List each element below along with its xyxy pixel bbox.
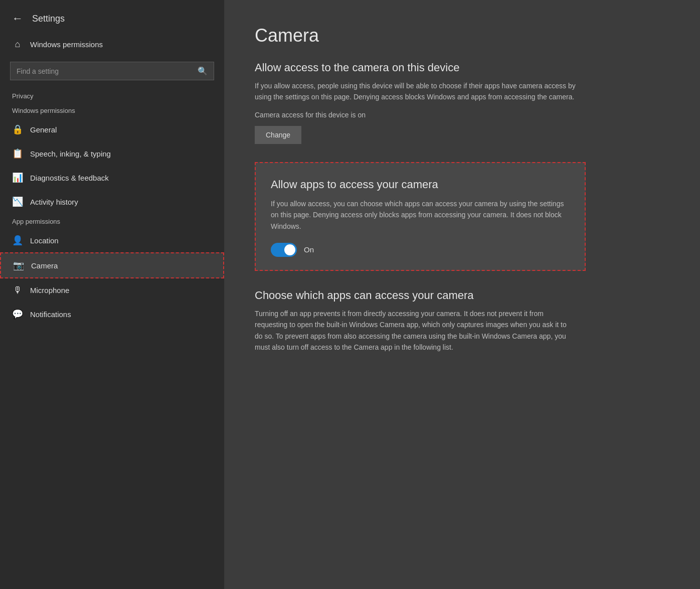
notifications-icon: 💬 [12, 309, 23, 320]
apps-access-description: If you allow access, you can choose whic… [271, 198, 570, 232]
sidebar-item-activity[interactable]: 📉 Activity history [0, 190, 224, 214]
apps-access-title: Allow apps to access your camera [271, 178, 570, 191]
device-access-title: Allow access to the camera on this devic… [255, 61, 670, 74]
sidebar-item-location[interactable]: 👤 Location [0, 228, 224, 252]
app-title: Settings [32, 14, 65, 24]
home-icon: ⌂ [12, 39, 23, 50]
sidebar-item-label: Speech, inking, & typing [30, 150, 111, 158]
toggle-knob [284, 244, 295, 255]
back-button[interactable]: ← [10, 10, 25, 27]
sidebar-item-camera[interactable]: 📷 Camera [0, 252, 224, 278]
apps-access-toggle-row: On [271, 243, 570, 257]
sidebar-item-label: Notifications [30, 310, 71, 319]
choose-apps-description: Turning off an app prevents it from dire… [255, 308, 576, 353]
search-box[interactable]: 🔍 [10, 62, 214, 80]
activity-icon: 📉 [12, 196, 23, 207]
main-content: Camera Allow access to the camera on thi… [225, 0, 700, 589]
sidebar-item-general[interactable]: 🔒 General [0, 117, 224, 141]
privacy-label: Privacy [0, 88, 224, 103]
search-icon: 🔍 [198, 66, 208, 76]
device-access-description: If you allow access, people using this d… [255, 80, 576, 103]
sidebar-item-home[interactable]: ⌂ Windows permissions [0, 32, 224, 57]
sidebar-item-microphone[interactable]: 🎙 Microphone [0, 278, 224, 302]
sidebar-item-label: General [30, 125, 57, 134]
sidebar-item-label: Diagnostics & feedback [30, 174, 109, 182]
sidebar-item-speech[interactable]: 📋 Speech, inking, & typing [0, 141, 224, 166]
lock-icon: 🔒 [12, 124, 23, 135]
sidebar-item-label: Location [30, 236, 59, 245]
camera-icon: 📷 [13, 260, 24, 271]
apps-access-toggle[interactable] [271, 243, 297, 257]
home-label: Windows permissions [30, 40, 103, 49]
location-icon: 👤 [12, 235, 23, 246]
page-title: Camera [255, 25, 670, 46]
windows-permissions-label: Windows permissions [0, 103, 224, 117]
choose-apps-title: Choose which apps can access your camera [255, 289, 670, 302]
sidebar-item-label: Activity history [30, 198, 78, 206]
toggle-state-label: On [304, 245, 314, 254]
sidebar-item-notifications[interactable]: 💬 Notifications [0, 302, 224, 326]
search-input[interactable] [17, 67, 194, 75]
sidebar-item-diagnostics[interactable]: 📊 Diagnostics & feedback [0, 166, 224, 190]
microphone-icon: 🎙 [12, 285, 23, 296]
speech-icon: 📋 [12, 148, 23, 159]
sidebar-header: ← Settings [0, 0, 224, 32]
sidebar-item-label: Microphone [30, 286, 69, 294]
sidebar: ← Settings ⌂ Windows permissions 🔍 Priva… [0, 0, 225, 589]
sidebar-item-label: Camera [31, 261, 58, 270]
change-button[interactable]: Change [255, 126, 301, 144]
app-permissions-label: App permissions [0, 214, 224, 228]
apps-access-box: Allow apps to access your camera If you … [255, 162, 586, 271]
device-access-status: Camera access for this device is on [255, 111, 670, 119]
diagnostics-icon: 📊 [12, 172, 23, 183]
